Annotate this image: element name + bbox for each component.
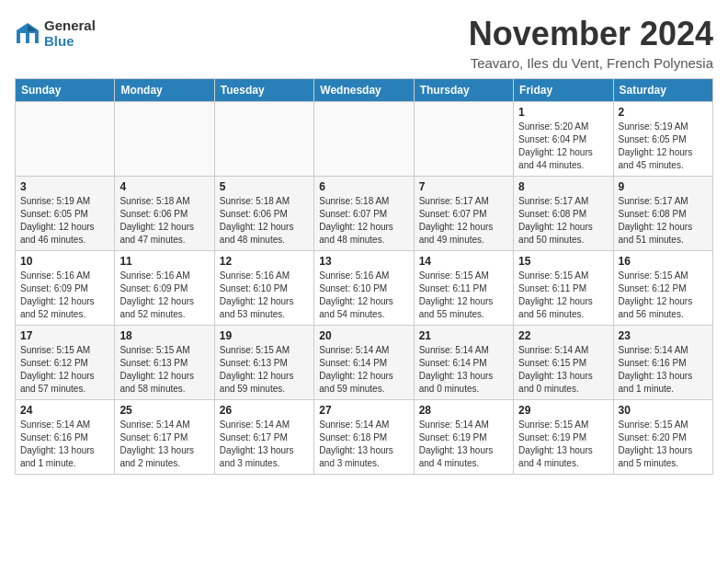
calendar-cell: 7Sunrise: 5:17 AMSunset: 6:07 PMDaylight… [414, 177, 513, 251]
calendar-cell: 20Sunrise: 5:14 AMSunset: 6:14 PMDayligh… [314, 326, 414, 400]
day-number: 26 [220, 404, 309, 417]
day-number: 23 [619, 329, 708, 342]
day-info: Sunrise: 5:14 AMSunset: 6:15 PMDaylight:… [518, 344, 608, 396]
calendar-cell: 16Sunrise: 5:15 AMSunset: 6:12 PMDayligh… [613, 251, 712, 326]
calendar-week-row: 3Sunrise: 5:19 AMSunset: 6:05 PMDaylight… [16, 177, 713, 251]
day-info: Sunrise: 5:14 AMSunset: 6:14 PMDaylight:… [419, 344, 508, 396]
calendar-cell: 28Sunrise: 5:14 AMSunset: 6:19 PMDayligh… [414, 400, 513, 475]
calendar-cell: 21Sunrise: 5:14 AMSunset: 6:14 PMDayligh… [414, 326, 513, 400]
logo: General Blue [15, 18, 96, 49]
day-info: Sunrise: 5:20 AMSunset: 6:04 PMDaylight:… [518, 121, 608, 172]
day-info: Sunrise: 5:14 AMSunset: 6:16 PMDaylight:… [619, 344, 708, 396]
day-info: Sunrise: 5:14 AMSunset: 6:17 PMDaylight:… [119, 419, 209, 470]
day-number: 21 [419, 329, 508, 342]
calendar-table: SundayMondayTuesdayWednesdayThursdayFrid… [15, 78, 713, 475]
day-info: Sunrise: 5:15 AMSunset: 6:13 PMDaylight:… [220, 344, 309, 396]
day-number: 25 [119, 404, 209, 417]
day-number: 22 [518, 329, 608, 342]
day-number: 3 [20, 180, 109, 193]
calendar-cell: 1Sunrise: 5:20 AMSunset: 6:04 PMDaylight… [514, 102, 613, 177]
calendar-cell: 23Sunrise: 5:14 AMSunset: 6:16 PMDayligh… [613, 326, 712, 400]
calendar-cell: 11Sunrise: 5:16 AMSunset: 6:09 PMDayligh… [115, 251, 214, 326]
logo-general-text: General [44, 18, 96, 34]
day-number: 2 [619, 106, 708, 119]
day-number: 10 [20, 255, 109, 268]
day-info: Sunrise: 5:14 AMSunset: 6:16 PMDaylight:… [20, 419, 109, 470]
day-info: Sunrise: 5:19 AMSunset: 6:05 PMDaylight:… [20, 195, 109, 247]
day-number: 19 [220, 329, 309, 342]
calendar-cell: 27Sunrise: 5:14 AMSunset: 6:18 PMDayligh… [314, 400, 414, 475]
calendar-day-header: Thursday [414, 79, 513, 102]
calendar-cell: 4Sunrise: 5:18 AMSunset: 6:06 PMDaylight… [115, 177, 214, 251]
day-number: 15 [518, 255, 608, 268]
calendar-cell: 3Sunrise: 5:19 AMSunset: 6:05 PMDaylight… [16, 177, 115, 251]
calendar-cell [414, 102, 513, 177]
day-number: 9 [619, 180, 708, 193]
day-number: 27 [319, 404, 408, 417]
day-info: Sunrise: 5:15 AMSunset: 6:11 PMDaylight:… [419, 270, 508, 321]
page-header: General Blue November 2024 Teavaro, Iles… [15, 15, 713, 71]
day-number: 18 [119, 329, 209, 342]
calendar-cell: 14Sunrise: 5:15 AMSunset: 6:11 PMDayligh… [414, 251, 513, 326]
calendar-cell: 29Sunrise: 5:15 AMSunset: 6:19 PMDayligh… [514, 400, 613, 475]
location-subtitle: Teavaro, Iles du Vent, French Polynesia [469, 55, 713, 71]
calendar-cell: 12Sunrise: 5:16 AMSunset: 6:10 PMDayligh… [214, 251, 313, 326]
calendar-week-row: 1Sunrise: 5:20 AMSunset: 6:04 PMDaylight… [16, 102, 713, 177]
calendar-cell [115, 102, 214, 177]
day-number: 24 [20, 404, 109, 417]
calendar-week-row: 10Sunrise: 5:16 AMSunset: 6:09 PMDayligh… [16, 251, 713, 326]
calendar-week-row: 24Sunrise: 5:14 AMSunset: 6:16 PMDayligh… [16, 400, 713, 475]
day-number: 11 [119, 255, 209, 268]
calendar-day-header: Tuesday [214, 79, 313, 102]
day-info: Sunrise: 5:14 AMSunset: 6:18 PMDaylight:… [319, 419, 408, 470]
calendar-cell: 17Sunrise: 5:15 AMSunset: 6:12 PMDayligh… [16, 326, 115, 400]
calendar-cell: 24Sunrise: 5:14 AMSunset: 6:16 PMDayligh… [16, 400, 115, 475]
day-number: 16 [619, 255, 708, 268]
day-number: 12 [220, 255, 309, 268]
day-number: 4 [119, 180, 209, 193]
calendar-day-header: Monday [115, 79, 214, 102]
day-number: 8 [518, 180, 608, 193]
day-info: Sunrise: 5:15 AMSunset: 6:12 PMDaylight:… [619, 270, 708, 321]
month-title: November 2024 [469, 15, 713, 53]
day-number: 28 [419, 404, 508, 417]
logo-blue-text: Blue [44, 34, 96, 50]
day-info: Sunrise: 5:18 AMSunset: 6:07 PMDaylight:… [319, 195, 408, 247]
day-number: 20 [319, 329, 408, 342]
calendar-cell: 18Sunrise: 5:15 AMSunset: 6:13 PMDayligh… [115, 326, 214, 400]
day-number: 6 [319, 180, 408, 193]
day-info: Sunrise: 5:15 AMSunset: 6:13 PMDaylight:… [119, 344, 209, 396]
calendar-cell: 2Sunrise: 5:19 AMSunset: 6:05 PMDaylight… [613, 102, 712, 177]
calendar-cell: 22Sunrise: 5:14 AMSunset: 6:15 PMDayligh… [514, 326, 613, 400]
day-info: Sunrise: 5:15 AMSunset: 6:19 PMDaylight:… [518, 419, 608, 470]
calendar-header-row: SundayMondayTuesdayWednesdayThursdayFrid… [16, 79, 713, 102]
day-number: 17 [20, 329, 109, 342]
day-number: 30 [619, 404, 708, 417]
day-info: Sunrise: 5:16 AMSunset: 6:09 PMDaylight:… [20, 270, 109, 321]
day-info: Sunrise: 5:16 AMSunset: 6:10 PMDaylight:… [220, 270, 309, 321]
svg-rect-2 [20, 33, 26, 43]
day-number: 1 [518, 106, 608, 119]
calendar-day-header: Saturday [613, 79, 712, 102]
day-number: 29 [518, 404, 608, 417]
logo-icon [15, 21, 40, 47]
day-number: 7 [419, 180, 508, 193]
day-info: Sunrise: 5:15 AMSunset: 6:11 PMDaylight:… [518, 270, 608, 321]
calendar-cell [214, 102, 313, 177]
day-info: Sunrise: 5:19 AMSunset: 6:05 PMDaylight:… [619, 121, 708, 172]
calendar-cell: 15Sunrise: 5:15 AMSunset: 6:11 PMDayligh… [514, 251, 613, 326]
day-info: Sunrise: 5:17 AMSunset: 6:08 PMDaylight:… [619, 195, 708, 247]
calendar-cell: 26Sunrise: 5:14 AMSunset: 6:17 PMDayligh… [214, 400, 313, 475]
day-info: Sunrise: 5:17 AMSunset: 6:07 PMDaylight:… [419, 195, 508, 247]
day-number: 5 [220, 180, 309, 193]
logo-text: General Blue [44, 18, 96, 49]
calendar-cell: 6Sunrise: 5:18 AMSunset: 6:07 PMDaylight… [314, 177, 414, 251]
day-info: Sunrise: 5:16 AMSunset: 6:10 PMDaylight:… [319, 270, 408, 321]
calendar-cell [16, 102, 115, 177]
calendar-day-header: Wednesday [314, 79, 414, 102]
calendar-cell: 25Sunrise: 5:14 AMSunset: 6:17 PMDayligh… [115, 400, 214, 475]
day-info: Sunrise: 5:18 AMSunset: 6:06 PMDaylight:… [119, 195, 209, 247]
day-info: Sunrise: 5:16 AMSunset: 6:09 PMDaylight:… [119, 270, 209, 321]
day-info: Sunrise: 5:14 AMSunset: 6:14 PMDaylight:… [319, 344, 408, 396]
svg-rect-3 [29, 33, 35, 43]
